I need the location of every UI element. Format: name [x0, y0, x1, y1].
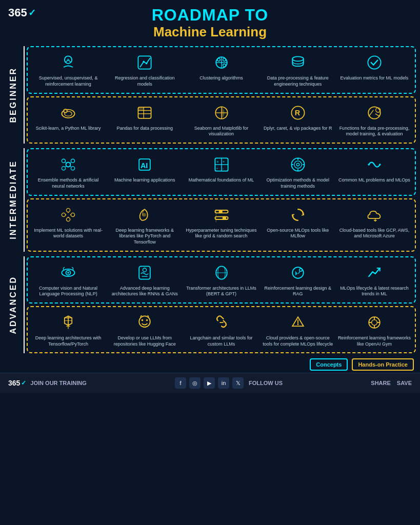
- svg-text:×: ×: [216, 159, 219, 164]
- beginner-concepts-row: Supervised, unsupervised, & reinforcemen…: [31, 51, 412, 89]
- advanced-concept-2: Advanced deep learning architectures lik…: [107, 261, 182, 299]
- handson-legend: Hands-on Practice: [352, 358, 414, 371]
- mlops-tools-label: Open-source MLOps tools like MLflow: [262, 228, 334, 239]
- r-packages-icon: R: [289, 104, 307, 124]
- hyperparameter-label: Hyperparameter tuning techniques like gr…: [185, 228, 257, 239]
- optimization-label: Optimization methods & model training me…: [262, 177, 334, 189]
- advanced-practice-2: Develop or use LLMs from repositories li…: [107, 311, 182, 349]
- svg-point-84: [142, 319, 144, 321]
- ml-applications-icon: AI: [135, 155, 154, 176]
- share-button[interactable]: SHARE: [371, 380, 391, 386]
- svg-point-1: [67, 58, 69, 61]
- svg-point-56: [71, 213, 74, 216]
- footer-logo: 365 ✓: [8, 379, 26, 387]
- beginner-concept-5: Evaluation metrics for ML models: [337, 51, 412, 89]
- intermediate-section: INTERMEDIATE: [0, 146, 420, 251]
- advanced-practice-row: Deep learning architectures with Tensorf…: [31, 311, 412, 349]
- beginner-level-bar: BEGINNER: [2, 46, 25, 144]
- svg-point-72: [143, 268, 147, 272]
- pandas-label: Pandas for data processing: [117, 126, 173, 132]
- ensemble-label: Ensemble methods & artificial neural net…: [32, 177, 105, 189]
- beginner-concepts-box: Supervised, unsupervised, & reinforcemen…: [27, 46, 416, 93]
- youtube-icon[interactable]: ▶: [204, 377, 215, 389]
- scikit-learn-icon: [59, 104, 77, 124]
- advanced-concepts-row: Computer vision and Natural Language Pro…: [31, 261, 412, 299]
- advanced-concepts-box: Computer vision and Natural Language Pro…: [27, 256, 416, 304]
- deep-learning-frameworks-icon: [135, 206, 154, 226]
- cloud-providers-icon: [289, 313, 307, 334]
- footer-social: f ◎ ▶ in 𝕏 FOLLOW US: [175, 377, 283, 389]
- svg-point-47: [296, 163, 299, 166]
- advanced-section: ADVANCED Computer vision and Natura: [0, 254, 420, 354]
- svg-point-67: [222, 216, 226, 219]
- ensemble-icon: [59, 155, 77, 176]
- intermediate-content: Ensemble methods & artificial neural net…: [27, 148, 416, 251]
- functions-label: Functions for data pre-processing, model…: [338, 126, 411, 137]
- svg-point-45: [291, 158, 304, 171]
- advanced-concept-3: Transformer architectures in LLMs (BERT …: [184, 261, 258, 299]
- beginner-practice-box: Scikit-learn, a Python ML library Pandas: [27, 96, 416, 144]
- deep-learning-frameworks-label: Deep learning frameworks & libraries lik…: [108, 228, 181, 246]
- svg-line-76: [298, 271, 300, 274]
- save-button[interactable]: SAVE: [397, 380, 412, 386]
- svg-point-10: [223, 58, 225, 61]
- intermediate-concept-1: Ensemble methods & artificial neural net…: [31, 153, 106, 191]
- advanced-concept-4: Reinforcement learning design & RAG: [261, 261, 335, 299]
- rl-design-label: Reinforcement learning design & RAG: [262, 286, 334, 297]
- implement-ml-icon: [59, 206, 77, 226]
- svg-text:AI: AI: [141, 161, 148, 170]
- svg-point-12: [368, 56, 381, 69]
- advanced-concept-1: Computer vision and Natural Language Pro…: [31, 261, 106, 299]
- legend: Concepts Hands-on Practice: [0, 356, 420, 373]
- header: 365 ✓ ROADMAP TO Machine Learning: [0, 0, 420, 44]
- mlops-tools-icon: [289, 206, 307, 226]
- intermediate-concept-2: AI Machine learning applications: [107, 153, 182, 191]
- svg-point-52: [368, 164, 370, 166]
- intermediate-concept-3: × + ÷ - Mathematical foundations of ML: [184, 153, 258, 191]
- supervised-learning-icon: [59, 53, 77, 74]
- langchain-label: Langchain and similar tools for custom L…: [185, 335, 257, 347]
- beginner-practice-4: R Dplyr, caret, & vip packages for R: [261, 102, 335, 139]
- common-ml-label: Common ML problems and MLOps: [338, 177, 410, 184]
- svg-point-25: [368, 107, 380, 118]
- intermediate-practice-2: Deep learning frameworks & libraries lik…: [107, 204, 182, 248]
- cloud-tools-label: Cloud-based tools like GCP, AWS, and Mic…: [338, 228, 411, 239]
- svg-text:+: +: [222, 159, 225, 164]
- openai-gym-label: Reinforcement learning frameworks like O…: [338, 335, 411, 347]
- svg-text:-: -: [222, 166, 224, 171]
- r-packages-label: Dplyr, caret, & vip packages for R: [264, 126, 332, 132]
- svg-point-66: [218, 210, 222, 213]
- linkedin-icon[interactable]: in: [218, 377, 229, 389]
- svg-point-46: [294, 161, 302, 168]
- svg-point-29: [71, 159, 74, 163]
- seaborn-icon: [212, 104, 231, 124]
- advanced-content: Computer vision and Natural Language Pro…: [27, 256, 416, 354]
- data-processing-label: Data pre-processing & feature engineerin…: [262, 75, 334, 87]
- footer-actions: SHARE SAVE: [371, 380, 412, 386]
- beginner-concept-4: Data pre-processing & feature engineerin…: [261, 51, 335, 89]
- cloud-tools-icon: [365, 206, 384, 226]
- svg-point-75: [299, 268, 302, 271]
- advanced-practice-5: Reinforcement learning frameworks like O…: [337, 311, 412, 349]
- svg-point-53: [379, 164, 381, 166]
- intermediate-label: INTERMEDIATE: [9, 160, 18, 239]
- facebook-icon[interactable]: f: [175, 377, 186, 389]
- instagram-icon[interactable]: ◎: [189, 377, 201, 389]
- regression-label: Regression and classification models: [108, 75, 181, 87]
- intermediate-level-bar: INTERMEDIATE: [2, 148, 25, 251]
- scikit-learn-label: Scikit-learn, a Python ML library: [36, 126, 101, 132]
- svg-point-9: [223, 64, 225, 67]
- footer-join-text: JOIN OUR TRAINING: [30, 380, 86, 386]
- math-foundations-icon: × + ÷ -: [212, 155, 231, 176]
- twitter-icon[interactable]: 𝕏: [232, 377, 244, 389]
- intermediate-concepts-box: Ensemble methods & artificial neural net…: [27, 148, 416, 195]
- beginner-concept-3: Clustering algorithms: [184, 51, 258, 89]
- common-ml-icon: [365, 155, 384, 176]
- logo-checkmark-icon: ✓: [28, 7, 36, 18]
- page-title-line2: Machine Learning: [0, 24, 420, 40]
- ml-applications-label: Machine learning applications: [114, 177, 175, 184]
- beginner-content: Supervised, unsupervised, & reinforcemen…: [27, 46, 416, 144]
- svg-point-31: [71, 167, 74, 170]
- svg-point-30: [62, 167, 65, 170]
- mlops-lifecycle-label: MLOps lifecycle & latest research trends…: [338, 286, 411, 297]
